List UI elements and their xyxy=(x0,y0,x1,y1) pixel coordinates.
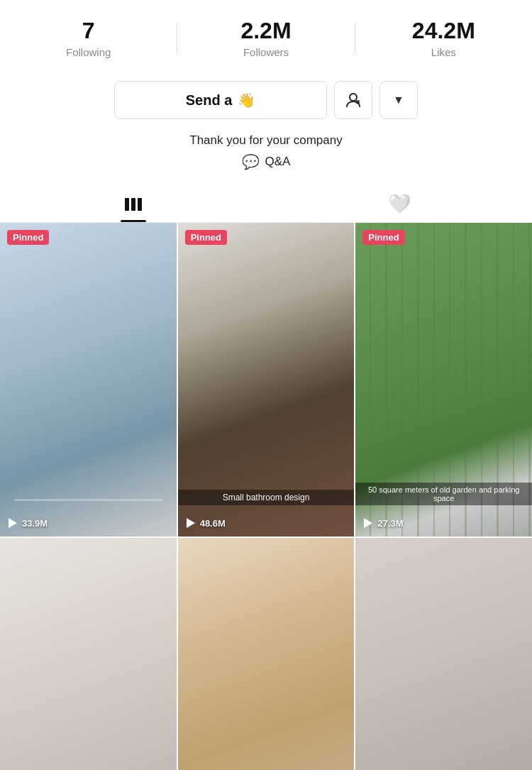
followers-label: Followers xyxy=(184,46,347,58)
play-icon-2 xyxy=(184,517,196,529)
qa-icon: 💬 xyxy=(242,153,260,170)
grid-icon xyxy=(125,198,142,211)
video-caption-2: Small bathroom design xyxy=(178,490,355,505)
play-icon-3 xyxy=(361,517,374,529)
bio-text: Thank you for your company xyxy=(14,133,518,148)
following-label: Following xyxy=(7,46,170,58)
bio-section: Thank you for your company 💬 Q&A xyxy=(0,129,532,180)
video-cell-3[interactable]: Pinned 50 square meters of old garden an… xyxy=(355,223,532,537)
more-button[interactable]: ▼ xyxy=(379,81,418,119)
video-cell-6[interactable]: w7430 beijingchuhai.com xyxy=(355,538,532,770)
likes-label: Likes xyxy=(362,46,525,58)
heart-icon: 🤍 xyxy=(388,193,411,215)
video-cell-4[interactable]: 49.7K xyxy=(0,538,177,770)
following-count: 7 xyxy=(7,18,170,43)
video-caption-3: 50 square meters of old garden and parki… xyxy=(355,483,532,505)
video-cell-2[interactable]: Pinned Small bathroom design 48.6M xyxy=(178,223,355,537)
svg-marker-1 xyxy=(9,518,17,528)
stat-likes[interactable]: 24.2M Likes xyxy=(355,13,532,64)
stats-row: 7 Following 2.2M Followers 24.2M Likes xyxy=(0,0,532,71)
pinned-badge-3: Pinned xyxy=(362,230,404,245)
svg-marker-2 xyxy=(187,518,195,528)
actions-row: Send a 👋 ▼ xyxy=(0,71,532,129)
chevron-down-icon: ▼ xyxy=(393,94,404,106)
stat-followers[interactable]: 2.2M Followers xyxy=(177,13,354,64)
qa-row[interactable]: 💬 Q&A xyxy=(14,153,518,170)
svg-marker-3 xyxy=(364,518,372,528)
followers-count: 2.2M xyxy=(184,18,347,43)
video-views-1: 33.9M xyxy=(6,517,48,529)
video-views-3: 27.3M xyxy=(361,517,403,529)
follow-icon xyxy=(344,91,362,109)
video-grid: Pinned 33.9M Pinned Small bathroom desig… xyxy=(0,223,532,770)
pinned-badge-2: Pinned xyxy=(185,230,227,245)
views-count-2: 48.6M xyxy=(200,518,226,529)
svg-point-0 xyxy=(350,94,357,101)
follow-button[interactable] xyxy=(334,81,372,119)
play-icon-1 xyxy=(6,517,18,529)
tab-liked[interactable]: 🤍 xyxy=(266,183,532,222)
likes-count: 24.2M xyxy=(362,18,525,43)
video-cell-1[interactable]: Pinned 33.9M xyxy=(0,223,177,537)
stat-following[interactable]: 7 Following xyxy=(0,13,177,64)
send-label: Send a xyxy=(186,92,233,109)
video-views-2: 48.6M xyxy=(184,517,226,529)
video-cell-5[interactable]: Share living room design 7430 xyxy=(178,538,355,770)
tab-bar: 🤍 xyxy=(0,183,532,223)
send-message-button[interactable]: Send a 👋 xyxy=(114,81,327,119)
views-count-3: 27.3M xyxy=(377,518,403,529)
tab-grid[interactable] xyxy=(0,183,266,222)
pinned-badge-1: Pinned xyxy=(7,230,49,245)
views-count-1: 33.9M xyxy=(22,518,48,529)
wave-emoji: 👋 xyxy=(238,92,255,109)
qa-label: Q&A xyxy=(265,155,291,169)
